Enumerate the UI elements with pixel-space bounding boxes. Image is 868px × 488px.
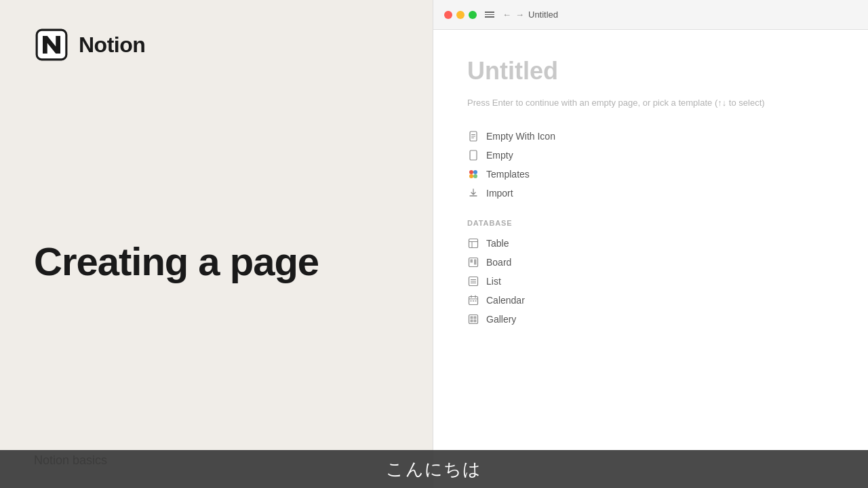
svg-point-5 (469, 174, 473, 178)
menu-item-empty[interactable]: Empty (467, 146, 834, 165)
svg-point-4 (473, 170, 477, 174)
menu-item-label: Calendar (486, 295, 525, 306)
import-icon (467, 187, 479, 199)
menu-item-board[interactable]: Board (467, 253, 834, 272)
svg-rect-7 (469, 239, 478, 248)
svg-point-6 (473, 174, 477, 178)
menu-item-label: Empty With Icon (486, 131, 555, 142)
menu-item-empty-with-icon[interactable]: Empty With Icon (467, 127, 834, 146)
traffic-light-yellow[interactable] (456, 11, 465, 19)
gallery-icon (467, 313, 479, 325)
menu-item-table[interactable]: Table (467, 234, 834, 253)
svg-rect-26 (474, 317, 477, 319)
main-heading: Creating a page (34, 240, 319, 283)
traffic-light-green[interactable] (469, 11, 477, 19)
browser-content: Untitled Press Enter to continue with an… (433, 30, 868, 488)
database-menu: Table Board (467, 234, 834, 329)
browser-controls (485, 12, 494, 18)
table-icon (467, 237, 479, 249)
doc-icon (467, 149, 479, 161)
doc-icon (467, 130, 479, 142)
menu-item-label: Table (486, 238, 509, 249)
menu-item-templates[interactable]: Templates (467, 165, 834, 184)
logo-area: Notion (0, 0, 434, 89)
menu-item-label: List (486, 276, 501, 287)
svg-point-3 (469, 170, 473, 174)
svg-rect-25 (471, 317, 473, 319)
svg-rect-27 (471, 320, 473, 323)
board-icon (467, 256, 479, 268)
traffic-light-red[interactable] (444, 11, 452, 19)
hamburger-menu-icon[interactable] (485, 12, 494, 18)
notion-logo-icon (34, 27, 69, 62)
menu-item-label: Templates (486, 169, 530, 180)
svg-rect-11 (471, 260, 473, 263)
menu-item-label: Board (486, 257, 511, 268)
notion-logo-text: Notion (79, 33, 145, 58)
svg-rect-24 (469, 315, 478, 324)
page-hint: Press Enter to continue with an empty pa… (467, 98, 834, 108)
subtitle-bar: こんにちは (0, 450, 868, 488)
menu-item-label: Empty (486, 150, 513, 161)
list-icon (467, 275, 479, 287)
browser-address-bar: ← → Untitled (502, 9, 857, 20)
back-arrow-icon[interactable]: ← (502, 9, 511, 20)
forward-arrow-icon[interactable]: → (515, 9, 524, 20)
svg-rect-10 (469, 258, 478, 267)
address-text: Untitled (528, 9, 558, 20)
page-title[interactable]: Untitled (467, 57, 834, 85)
database-section-label: DATABASE (467, 219, 834, 227)
browser-window: ← → Untitled Untitled Press Enter to con… (433, 0, 868, 488)
menu-item-list[interactable]: List (467, 272, 834, 291)
svg-rect-21 (471, 300, 472, 302)
menu-item-label: Import (486, 188, 513, 199)
templates-icon (467, 168, 479, 180)
svg-rect-2 (470, 150, 477, 160)
main-heading-area: Creating a page (0, 89, 434, 433)
svg-rect-12 (474, 260, 477, 265)
menu-item-import[interactable]: Import (467, 184, 834, 203)
svg-rect-28 (474, 320, 477, 323)
left-panel: Notion Creating a page Notion basics (0, 0, 434, 488)
menu-item-calendar[interactable]: Calendar (467, 291, 834, 310)
traffic-lights (444, 11, 477, 19)
browser-chrome: ← → Untitled (433, 0, 868, 30)
svg-rect-23 (475, 300, 477, 302)
page-type-menu: Empty With Icon Empty (467, 127, 834, 203)
calendar-icon (467, 294, 479, 306)
subtitle-text: こんにちは (386, 458, 482, 481)
menu-item-gallery[interactable]: Gallery (467, 310, 834, 329)
svg-rect-22 (473, 300, 474, 302)
menu-item-label: Gallery (486, 314, 516, 325)
